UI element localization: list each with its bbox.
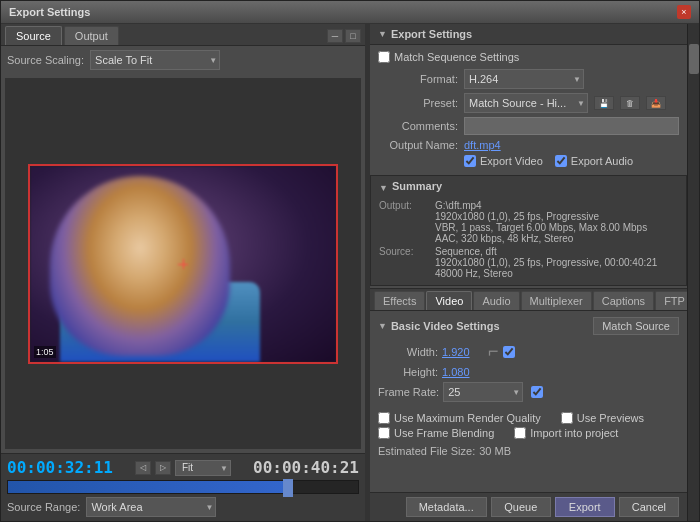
preset-select[interactable]: Match Source - Hi... ▼ xyxy=(464,93,588,113)
summary-source-values: Sequence, dft 1920x1080 (1,0), 25 fps, P… xyxy=(435,246,657,279)
basic-video-settings: ▼ Basic Video Settings Match Source Widt… xyxy=(370,311,687,408)
summary-source-line2: 1920x1080 (1,0), 25 fps, Progressive, 00… xyxy=(435,257,657,268)
export-video-checkbox[interactable] xyxy=(464,155,476,167)
format-select[interactable]: H.264 H.265 ▼ xyxy=(464,69,584,89)
export-button[interactable]: Export xyxy=(555,497,615,517)
right-scrollbar[interactable] xyxy=(687,24,699,521)
timecode-row: 00:00:32:11 ◁ ▷ Fit 25% 50% 100% ▼ xyxy=(7,458,359,477)
width-label: Width: xyxy=(378,346,438,358)
source-range-select[interactable]: Work Area Entire Sequence Custom ▼ xyxy=(86,497,216,517)
triangle-icon: ▼ xyxy=(378,29,387,39)
preset-select-input[interactable]: Match Source - Hi... xyxy=(465,94,587,112)
frame-rate-select[interactable]: 25 24 30 60 ▼ xyxy=(443,382,523,402)
main-content: Source Output ─ □ Source Scaling: Scale … xyxy=(1,24,699,521)
bvs-triangle-icon: ▼ xyxy=(378,321,387,331)
source-scaling-select-input[interactable]: Scale To Fit Stretch to Fill Scale to Fi… xyxy=(91,51,180,69)
window-title: Export Settings xyxy=(9,6,90,18)
width-row: Width: 1.920 ⌐ xyxy=(378,341,679,362)
video-tabs: Effects Video Audio Multiplexer Captions… xyxy=(370,288,687,311)
fit-select-input[interactable]: Fit 25% 50% 100% xyxy=(178,461,228,475)
export-settings-header: ▼ Export Settings xyxy=(370,24,687,45)
expand-btn[interactable]: □ xyxy=(345,29,361,43)
match-sequence-checkbox[interactable] xyxy=(378,51,390,63)
tab-captions[interactable]: Captions xyxy=(593,291,654,310)
settings-body: Match Sequence Settings Format: H.264 H.… xyxy=(370,45,687,173)
comments-label: Comments: xyxy=(378,120,458,132)
source-range-row: Source Range: Work Area Entire Sequence … xyxy=(7,497,359,517)
import-project-checkbox[interactable] xyxy=(514,427,526,439)
frame-blending-checkbox[interactable] xyxy=(378,427,390,439)
frame-blending-check-row: Use Frame Blending xyxy=(378,427,494,439)
match-sequence-row: Match Sequence Settings xyxy=(378,51,679,63)
preset-label: Preset: xyxy=(378,97,458,109)
summary-source-row: Source: Sequence, dft 1920x1080 (1,0), 2… xyxy=(379,246,678,279)
fit-select[interactable]: Fit 25% 50% 100% ▼ xyxy=(175,460,231,476)
width-value[interactable]: 1.920 xyxy=(442,346,482,358)
tab-video[interactable]: Video xyxy=(426,291,472,310)
summary-output-row: Output: G:\dft.mp4 1920x1080 (1,0), 25 f… xyxy=(379,200,678,244)
bvs-title: Basic Video Settings xyxy=(391,320,500,332)
max-render-label: Use Maximum Render Quality xyxy=(394,412,541,424)
collapse-btn[interactable]: ─ xyxy=(327,29,343,43)
frame-blending-label: Use Frame Blending xyxy=(394,427,494,439)
timecode-in-display[interactable]: 00:00:32:11 xyxy=(7,458,113,477)
mark-in-btn[interactable]: ◁ xyxy=(135,461,151,475)
close-button[interactable]: × xyxy=(677,5,691,19)
metadata-button[interactable]: Metadata... xyxy=(406,497,487,517)
mark-out-btn[interactable]: ▷ xyxy=(155,461,171,475)
height-row: Height: 1.080 xyxy=(378,366,679,378)
import-project-label: Import into project xyxy=(530,427,618,439)
scrubber-bar[interactable] xyxy=(7,480,359,494)
use-previews-checkbox[interactable] xyxy=(561,412,573,424)
summary-source-key: Source: xyxy=(379,246,429,279)
export-settings-window: Export Settings × Source Output ─ □ Sour… xyxy=(0,0,700,522)
tab-output[interactable]: Output xyxy=(64,26,119,45)
source-output-tabs: Source Output ─ □ xyxy=(1,24,365,46)
format-row: Format: H.264 H.265 ▼ xyxy=(378,69,679,89)
frame-rate-select-input[interactable]: 25 24 30 60 xyxy=(444,383,481,401)
frame-rate-arrow-icon: ▼ xyxy=(512,388,520,397)
format-select-input[interactable]: H.264 H.265 xyxy=(465,70,519,88)
title-bar: Export Settings × xyxy=(1,1,699,24)
height-value[interactable]: 1.080 xyxy=(442,366,482,378)
timeline-controls: ◁ ▷ Fit 25% 50% 100% ▼ xyxy=(135,460,231,476)
preset-row: Preset: Match Source - Hi... ▼ 💾 🗑 📥 xyxy=(378,93,679,113)
cancel-button[interactable]: Cancel xyxy=(619,497,679,517)
tab-audio[interactable]: Audio xyxy=(473,291,519,310)
output-name-link[interactable]: dft.mp4 xyxy=(464,139,501,151)
width-lock-checkbox[interactable] xyxy=(503,346,515,358)
source-range-label: Source Range: xyxy=(7,501,80,513)
bottom-checks: Use Maximum Render Quality Use Previews … xyxy=(370,408,687,443)
tab-source[interactable]: Source xyxy=(5,26,62,45)
scrubber-handle[interactable] xyxy=(283,479,293,497)
tab-ftp[interactable]: FTP xyxy=(655,291,687,310)
select-arrow-icon: ▼ xyxy=(209,56,217,65)
summary-output-values: G:\dft.mp4 1920x1080 (1,0), 25 fps, Prog… xyxy=(435,200,647,244)
comments-input[interactable] xyxy=(464,117,679,135)
file-size-row: Estimated File Size: 30 MB xyxy=(370,443,687,459)
timecode-out-display[interactable]: 00:00:40:21 xyxy=(253,458,359,477)
tab-multiplexer[interactable]: Multiplexer xyxy=(521,291,592,310)
frame-rate-label: Frame Rate: xyxy=(378,386,439,398)
output-name-row: Output Name: dft.mp4 xyxy=(378,139,679,151)
source-range-select-input[interactable]: Work Area Entire Sequence Custom xyxy=(87,498,193,516)
frame-rate-lock-checkbox[interactable] xyxy=(531,386,543,398)
summary-source-line3: 48000 Hz, Stereo xyxy=(435,268,657,279)
max-render-checkbox[interactable] xyxy=(378,412,390,424)
tab-effects[interactable]: Effects xyxy=(374,291,425,310)
preset-import-btn[interactable]: 📥 xyxy=(646,96,666,110)
source-scaling-select[interactable]: Scale To Fit Stretch to Fill Scale to Fi… xyxy=(90,50,220,70)
scrollbar-thumb[interactable] xyxy=(689,44,699,74)
match-source-button[interactable]: Match Source xyxy=(593,317,679,335)
height-label: Height: xyxy=(378,366,438,378)
use-previews-label: Use Previews xyxy=(577,412,644,424)
source-range-arrow-icon: ▼ xyxy=(205,503,213,512)
export-audio-checkbox[interactable] xyxy=(555,155,567,167)
preset-delete-btn[interactable]: 🗑 xyxy=(620,96,640,110)
comments-row: Comments: xyxy=(378,117,679,135)
export-audio-check-row: Export Audio xyxy=(555,155,633,167)
preset-save-btn[interactable]: 💾 xyxy=(594,96,614,110)
action-buttons: Metadata... Queue Export Cancel xyxy=(370,492,687,521)
queue-button[interactable]: Queue xyxy=(491,497,551,517)
preview-image: 1:05 xyxy=(28,164,338,364)
